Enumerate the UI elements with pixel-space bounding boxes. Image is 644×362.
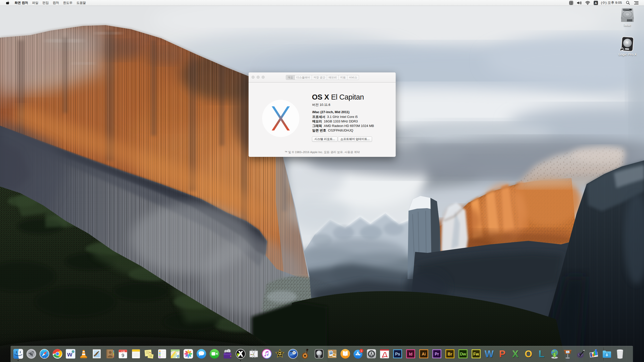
svg-text:O: O xyxy=(525,349,532,359)
svg-text:A: A xyxy=(595,1,597,4)
svg-text:1: 1 xyxy=(360,349,362,352)
svg-text:P: P xyxy=(499,349,505,359)
svg-text:W: W xyxy=(485,349,494,359)
svg-text:Ai: Ai xyxy=(422,352,426,356)
svg-text:Id: Id xyxy=(409,352,412,356)
svg-text:Br: Br xyxy=(448,352,452,356)
svg-text:Pr: Pr xyxy=(435,352,439,356)
svg-text:X: X xyxy=(512,349,518,359)
svg-text:Dw: Dw xyxy=(460,352,466,356)
svg-text:Fw: Fw xyxy=(473,352,479,356)
svg-text:L: L xyxy=(538,349,544,359)
svg-text:Ps: Ps xyxy=(395,352,400,356)
svg-text:9: 9 xyxy=(122,353,124,358)
svg-text:12월: 12월 xyxy=(121,350,125,352)
svg-text:w: w xyxy=(67,350,72,358)
